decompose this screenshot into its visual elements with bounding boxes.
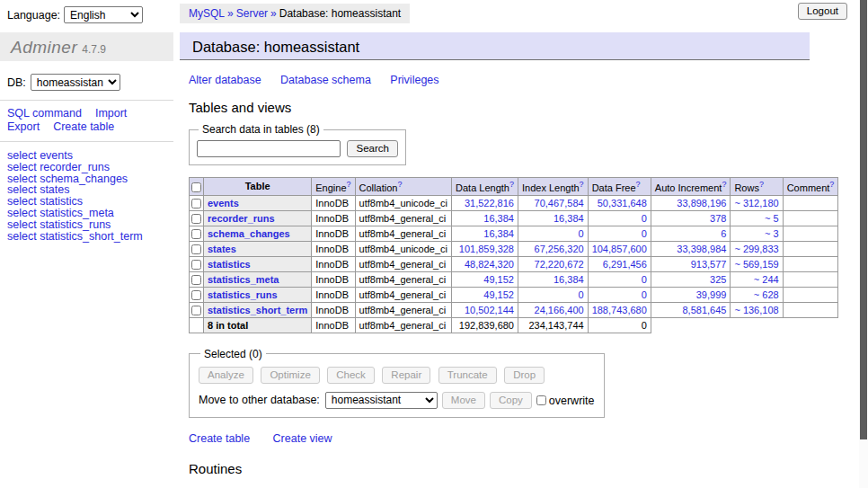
optimize-button[interactable]: Optimize [261, 367, 319, 384]
engine-cell: InnoDB [312, 271, 355, 287]
auto-increment-link[interactable]: 378 [710, 213, 726, 224]
help-icon[interactable]: ? [829, 180, 834, 189]
index-length-link[interactable]: 0 [579, 289, 584, 300]
breadcrumb-link-server[interactable]: Server [236, 7, 268, 20]
table-name-link[interactable]: states [208, 244, 236, 254]
row-checkbox[interactable] [191, 244, 201, 254]
breadcrumb-current: Database: homeassistant [279, 7, 401, 20]
language-select[interactable]: English [64, 6, 143, 23]
logout-button[interactable]: Logout [798, 3, 847, 20]
row-checkbox[interactable] [191, 275, 201, 285]
breadcrumb-link-mysql[interactable]: MySQL [189, 7, 225, 20]
move-button[interactable]: Move [442, 392, 485, 409]
index-length-link[interactable]: 0 [579, 228, 584, 239]
overwrite-checkbox[interactable] [536, 395, 546, 405]
table-link[interactable]: statistics_short_term [40, 230, 143, 243]
alter-database-link[interactable]: Alter database [189, 74, 261, 86]
sidebar-link-sql-command[interactable]: SQL command [7, 107, 82, 120]
sidebar-link-create-table[interactable]: Create table [53, 120, 114, 133]
db-select[interactable]: homeassistant [31, 74, 120, 91]
auto-increment-link[interactable]: 33,898,196 [677, 198, 726, 209]
truncate-button[interactable]: Truncate [438, 367, 497, 384]
row-checkbox[interactable] [191, 229, 201, 239]
copy-button[interactable]: Copy [490, 392, 532, 409]
column-header-data-free: Data Free? [588, 178, 651, 196]
rows-count-link[interactable]: ~ 244 [754, 274, 779, 285]
row-checkbox[interactable] [191, 306, 201, 315]
table-name-link[interactable]: statistics_runs [208, 289, 278, 300]
auto-increment-link[interactable]: 33,398,984 [677, 244, 726, 254]
data-free-link[interactable]: 6,291,456 [603, 259, 647, 270]
database-schema-link[interactable]: Database schema [280, 74, 371, 86]
rows-count-link[interactable]: ~ 136,108 [734, 305, 778, 315]
privileges-link[interactable]: Privileges [390, 74, 438, 86]
rows-count-link[interactable]: ~ 3 [765, 228, 779, 239]
sidebar-link-import[interactable]: Import [95, 107, 127, 120]
table-name-link[interactable]: statistics [208, 259, 251, 270]
data-free-link[interactable]: 0 [642, 213, 647, 224]
rows-count-link[interactable]: ~ 312,180 [734, 198, 778, 209]
data-length-link[interactable]: 16,384 [483, 213, 514, 224]
scrollbar-track[interactable] [859, 0, 868, 488]
row-checkbox[interactable] [191, 199, 201, 209]
table-row: recorder_runs InnoDB utf8mb4_general_ci … [190, 210, 838, 226]
help-icon[interactable]: ? [722, 180, 726, 189]
data-free-link[interactable]: 0 [642, 274, 647, 285]
select-all-checkbox[interactable] [191, 182, 201, 192]
table-name-link[interactable]: events [208, 198, 239, 209]
rows-count-link[interactable]: ~ 569,159 [734, 259, 778, 270]
table-name-link[interactable]: schema_changes [208, 228, 290, 239]
repair-button[interactable]: Repair [382, 367, 430, 384]
index-length-link[interactable]: 24,166,400 [535, 305, 584, 315]
help-icon[interactable]: ? [636, 180, 641, 189]
auto-increment-link[interactable]: 325 [710, 274, 726, 285]
sidebar-link-export[interactable]: Export [7, 120, 40, 133]
data-length-link[interactable]: 49,152 [483, 289, 514, 300]
create-table-link[interactable]: Create table [189, 432, 250, 445]
help-icon[interactable]: ? [759, 180, 764, 189]
auto-increment-link[interactable]: 39,999 [696, 289, 727, 300]
data-free-link[interactable]: 50,331,648 [598, 198, 647, 209]
row-checkbox[interactable] [191, 260, 201, 270]
row-checkbox[interactable] [191, 214, 201, 224]
data-free-link[interactable]: 104,857,600 [592, 244, 647, 254]
drop-button[interactable]: Drop [504, 367, 545, 384]
data-length-link[interactable]: 10,502,144 [465, 305, 514, 315]
data-length-link[interactable]: 101,859,328 [459, 244, 514, 254]
table-name-link[interactable]: statistics_meta [208, 274, 279, 285]
analyze-button[interactable]: Analyze [199, 367, 253, 384]
data-length-link[interactable]: 16,384 [483, 228, 514, 239]
index-length-link[interactable]: 72,220,672 [535, 259, 584, 270]
index-length-link[interactable]: 70,467,584 [535, 198, 584, 209]
engine-cell: InnoDB [312, 241, 355, 256]
index-length-link[interactable]: 16,384 [554, 213, 584, 224]
search-button[interactable]: Search [347, 140, 397, 157]
table-name-link[interactable]: recorder_runs [208, 213, 275, 224]
data-free-link[interactable]: 0 [642, 289, 647, 300]
data-length-link[interactable]: 31,522,816 [465, 198, 514, 209]
move-database-select[interactable]: homeassistant [325, 392, 438, 409]
rows-count-link[interactable]: ~ 628 [754, 289, 779, 300]
select-link[interactable]: select [7, 230, 37, 243]
search-input[interactable] [197, 140, 341, 157]
index-length-link[interactable]: 67,256,320 [535, 244, 584, 254]
table-name-link[interactable]: statistics_short_term [208, 305, 307, 315]
row-checkbox[interactable] [191, 290, 201, 300]
auto-increment-link[interactable]: 6 [721, 228, 726, 239]
data-length-link[interactable]: 48,824,320 [465, 259, 514, 270]
data-length-link[interactable]: 49,152 [483, 274, 514, 285]
create-view-link[interactable]: Create view [273, 432, 332, 445]
help-icon[interactable]: ? [397, 180, 402, 189]
help-icon[interactable]: ? [509, 180, 514, 189]
data-free-link[interactable]: 0 [642, 228, 647, 239]
rows-count-link[interactable]: ~ 299,833 [734, 244, 778, 254]
data-free-link[interactable]: 188,743,680 [592, 305, 647, 315]
rows-count-link[interactable]: ~ 5 [765, 213, 779, 224]
help-icon[interactable]: ? [347, 180, 351, 189]
help-icon[interactable]: ? [580, 180, 584, 189]
auto-increment-link[interactable]: 8,581,645 [682, 305, 726, 315]
index-length-link[interactable]: 16,384 [554, 274, 584, 285]
scrollbar-thumb[interactable] [860, 0, 867, 439]
auto-increment-link[interactable]: 913,577 [691, 259, 727, 270]
check-button[interactable]: Check [327, 367, 375, 384]
